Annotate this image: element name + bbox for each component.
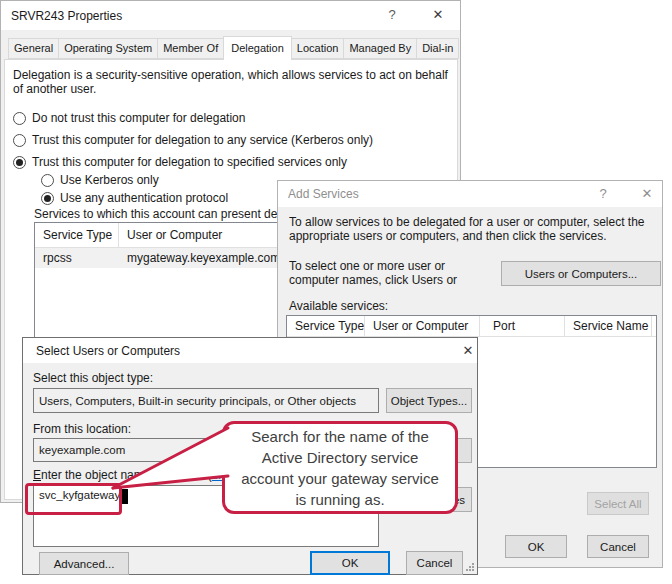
- column-header-user-or-computer[interactable]: User or Computer: [365, 316, 480, 336]
- radio-label: Trust this computer for delegation to an…: [32, 133, 373, 147]
- radio-label: Do not trust this computer for delegatio…: [32, 111, 245, 125]
- column-header-service-type[interactable]: Service Type: [35, 223, 119, 247]
- object-type-field: Users, Computers, Built-in security prin…: [33, 388, 379, 413]
- tab-delegation[interactable]: Delegation: [223, 36, 292, 60]
- radio-label: Trust this computer for delegation to sp…: [32, 155, 347, 169]
- help-icon[interactable]: ?: [379, 3, 405, 25]
- object-type-value: Users, Computers, Built-in security prin…: [39, 395, 356, 407]
- object-types-button[interactable]: Object Types...: [386, 388, 472, 413]
- radio-use-any-auth-protocol[interactable]: Use any authentication protocol: [41, 191, 228, 205]
- tab-member-of[interactable]: Member Of: [157, 38, 224, 59]
- help-icon[interactable]: ?: [590, 182, 616, 204]
- properties-tabstrip: General Operating System Member Of Deleg…: [8, 36, 458, 59]
- accel-letter: E: [33, 468, 41, 482]
- object-type-label: Select this object type:: [33, 371, 153, 385]
- callout-text: Search for the name of the Active Direct…: [235, 426, 445, 510]
- available-services-label: Available services:: [289, 299, 388, 313]
- tab-dial-in[interactable]: Dial-in: [416, 38, 459, 59]
- column-header-service-name[interactable]: Service Name: [565, 316, 652, 336]
- resize-grip-icon[interactable]: [464, 561, 474, 571]
- column-header-service-type[interactable]: Service Type: [287, 316, 365, 336]
- close-icon[interactable]: ✕: [634, 182, 660, 204]
- cancel-button[interactable]: Cancel: [587, 535, 649, 558]
- users-or-computers-button[interactable]: Users or Computers...: [501, 261, 661, 286]
- radio-use-kerberos-only[interactable]: Use Kerberos only: [41, 173, 159, 187]
- advanced-button[interactable]: Advanced...: [39, 552, 129, 575]
- add-services-intro: To allow services to be delegated for a …: [289, 215, 655, 257]
- screenshot-stage: SRVR243 Properties ? ✕ General Operating…: [0, 0, 672, 584]
- radio-label: Use Kerberos only: [60, 173, 159, 187]
- radio-trust-any-service[interactable]: Trust this computer for delegation to an…: [13, 133, 373, 147]
- cancel-button[interactable]: Cancel: [406, 551, 463, 575]
- column-header-domain[interactable]: D: [652, 316, 657, 336]
- close-icon[interactable]: ✕: [425, 3, 451, 25]
- tab-general[interactable]: General: [8, 38, 59, 59]
- add-services-title: Add Services: [278, 187, 359, 201]
- radio-icon: [41, 192, 54, 205]
- select-users-title: Select Users or Computers: [23, 344, 180, 358]
- delegation-description: Delegation is a security-sensitive opera…: [13, 68, 451, 98]
- select-users-titlebar: Select Users or Computers: [23, 338, 477, 363]
- close-icon[interactable]: ✕: [455, 339, 481, 361]
- tab-location[interactable]: Location: [291, 38, 345, 59]
- table-header-row: Service Type User or Computer Port Servi…: [287, 316, 656, 337]
- annotation-callout-tail: [100, 420, 235, 500]
- radio-icon: [13, 112, 26, 125]
- services-list-label: Services to which this account can prese…: [34, 207, 293, 221]
- radio-icon: [13, 156, 26, 169]
- radio-do-not-trust[interactable]: Do not trust this computer for delegatio…: [13, 111, 245, 125]
- ok-button[interactable]: OK: [505, 535, 567, 558]
- tab-managed-by[interactable]: Managed By: [343, 38, 417, 59]
- radio-icon: [41, 174, 54, 187]
- add-services-hint: To select one or more user or computer n…: [289, 259, 495, 289]
- annotation-callout-bubble: Search for the name of the Active Direct…: [222, 421, 458, 514]
- column-header-port[interactable]: Port: [480, 316, 565, 336]
- select-all-button: Select All: [587, 492, 649, 515]
- cell-service-type: rpcss: [35, 248, 119, 268]
- tab-operating-system[interactable]: Operating System: [58, 38, 158, 59]
- radio-label: Use any authentication protocol: [60, 191, 228, 205]
- ok-button[interactable]: OK: [310, 551, 390, 575]
- properties-title: SRVR243 Properties: [1, 9, 122, 23]
- radio-trust-specified-services[interactable]: Trust this computer for delegation to sp…: [13, 155, 347, 169]
- radio-icon: [13, 134, 26, 147]
